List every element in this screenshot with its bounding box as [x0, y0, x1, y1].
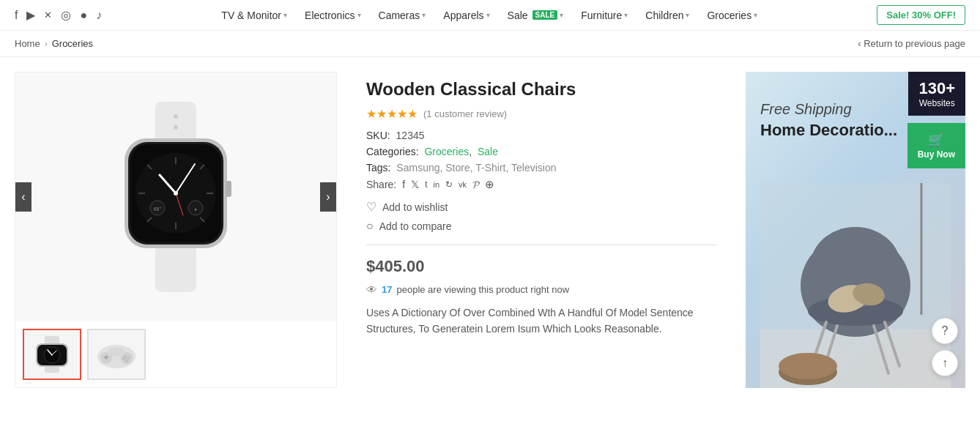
product-image-watch: 68° ●: [103, 102, 249, 292]
ad-banner: 130+ Websites Free Shipping Home Decorat…: [746, 72, 965, 388]
svg-rect-22: [226, 181, 231, 197]
svg-rect-1: [155, 245, 196, 292]
viewing-count: 17: [382, 284, 392, 295]
thumbnail-2[interactable]: [87, 329, 146, 380]
chair-illustration: [746, 168, 965, 388]
ad-free-shipping-text: Free Shipping: [760, 101, 897, 118]
share-facebook-icon[interactable]: f: [402, 179, 405, 190]
youtube-icon[interactable]: ▶: [26, 8, 35, 22]
svg-point-24: [174, 125, 178, 130]
chevron-down-icon: ▾: [754, 11, 757, 19]
share-linkedin-icon[interactable]: in: [433, 180, 439, 189]
thumbnail-1[interactable]: [23, 329, 81, 380]
chat-button[interactable]: ?: [932, 318, 958, 344]
viewing-text: people are viewing this product right no…: [396, 284, 569, 295]
svg-point-40: [125, 359, 128, 362]
tiktok-icon[interactable]: ♪: [96, 9, 102, 22]
eye-icon: 👁: [366, 283, 377, 296]
svg-point-35: [108, 348, 125, 357]
viewing-row: 👁 17 people are viewing this product rig…: [366, 283, 716, 296]
review-count[interactable]: (1 customer review): [423, 108, 507, 119]
breadcrumb-current: Groceries: [52, 38, 93, 49]
price-section: $405.00: [366, 257, 716, 276]
product-details: Wooden Classical Chairs ★★★★★ (1 custome…: [352, 72, 731, 345]
share-share-icon[interactable]: ↻: [445, 179, 453, 190]
svg-point-39: [127, 357, 130, 359]
ad-130-box: 130+ Websites: [908, 72, 965, 116]
compare-icon: ○: [366, 220, 374, 233]
svg-text:68°: 68°: [154, 206, 162, 212]
top-nav: f ▶ ✕ ◎ ● ♪ TV & Monitor ▾ Electronics ▾…: [0, 0, 980, 31]
svg-point-17: [174, 191, 178, 195]
chevron-down-icon: ▾: [422, 11, 426, 19]
main-image: ‹: [15, 72, 336, 321]
breadcrumb-left: Home › Groceries: [15, 38, 93, 49]
product-images: ‹: [15, 72, 337, 388]
next-image-button[interactable]: ›: [320, 182, 336, 212]
whatsapp-icon[interactable]: ●: [80, 9, 87, 22]
menu-apparels[interactable]: Apparels ▾: [436, 5, 497, 26]
svg-point-41: [122, 357, 125, 360]
product-description: Uses A Dictionary Of Over Combined Wth A…: [366, 305, 716, 338]
heart-icon: ♡: [366, 200, 376, 214]
instagram-icon[interactable]: ◎: [61, 8, 71, 22]
svg-point-54: [779, 353, 837, 379]
chevron-down-icon: ▾: [486, 11, 490, 19]
share-tumblr-icon[interactable]: t: [425, 179, 427, 190]
svg-rect-37: [105, 355, 107, 359]
category-groceries[interactable]: Groceries: [424, 146, 469, 157]
breadcrumb-separator: ›: [45, 39, 48, 49]
star-rating: ★★★★★: [366, 107, 417, 121]
product-price: $405.00: [366, 257, 425, 275]
main-menu: TV & Monitor ▾ Electronics ▾ Cameras ▾ A…: [214, 5, 765, 26]
product-title: Wooden Classical Chairs: [366, 79, 716, 100]
scroll-up-button[interactable]: ↑: [932, 350, 958, 376]
svg-rect-31: [45, 367, 59, 373]
chevron-down-icon: ▾: [357, 11, 361, 19]
sale-badge: SALE: [532, 10, 558, 20]
menu-sale[interactable]: Sale SALE ▾: [500, 5, 571, 26]
share-vk-icon[interactable]: vk: [459, 180, 467, 189]
sku-row: SKU: 12345: [366, 130, 716, 141]
categories-row: Categories: Groceries, Sale: [366, 146, 716, 157]
thumbnails: [15, 321, 336, 387]
ad-text-block: Free Shipping Home Decoratio...: [760, 101, 897, 140]
chevron-down-icon: ▾: [624, 11, 628, 19]
category-sale[interactable]: Sale: [478, 146, 498, 157]
chevron-down-icon: ▾: [560, 11, 563, 19]
chevron-down-icon: ▾: [283, 11, 287, 19]
divider: [366, 245, 716, 245]
share-row: Share: f 𝕏 t in ↻ vk 𝓟 ⊕: [366, 178, 716, 191]
svg-text:●: ●: [194, 207, 197, 212]
rating-row: ★★★★★ (1 customer review): [366, 107, 716, 121]
menu-electronics[interactable]: Electronics ▾: [297, 5, 368, 26]
ad-buy-now-button[interactable]: 🛒 Buy Now: [907, 123, 965, 168]
twitter-icon[interactable]: ✕: [44, 10, 52, 20]
ad-home-deco-text: Home Decoratio...: [760, 121, 897, 140]
menu-tv-monitor[interactable]: TV & Monitor ▾: [214, 5, 294, 26]
add-to-wishlist-button[interactable]: ♡ Add to wishlist: [366, 200, 716, 214]
prev-image-button[interactable]: ‹: [15, 182, 31, 212]
menu-children[interactable]: Children ▾: [638, 5, 697, 26]
menu-furniture[interactable]: Furniture ▾: [573, 5, 635, 26]
main-content: ‹: [0, 57, 980, 403]
svg-point-23: [174, 114, 178, 119]
menu-cameras[interactable]: Cameras ▾: [371, 5, 434, 26]
tags-row: Tags: Samsung, Store, T-Shirt, Televisio…: [366, 162, 716, 174]
facebook-icon[interactable]: f: [15, 9, 18, 22]
social-icons: f ▶ ✕ ◎ ● ♪: [15, 8, 102, 22]
ad-background: 130+ Websites Free Shipping Home Decorat…: [746, 72, 965, 388]
cart-icon: 🛒: [918, 132, 955, 148]
share-pinterest-icon[interactable]: 𝓟: [472, 179, 479, 191]
chevron-down-icon: ▾: [686, 11, 689, 19]
return-to-previous-link[interactable]: ‹ Return to previous page: [858, 38, 965, 49]
share-twitter-icon[interactable]: 𝕏: [411, 179, 419, 190]
breadcrumb-home[interactable]: Home: [15, 38, 40, 49]
share-whatsapp-icon[interactable]: ⊕: [485, 178, 494, 191]
breadcrumb: Home › Groceries ‹ Return to previous pa…: [0, 31, 980, 57]
sale-30-off-button[interactable]: Sale! 30% OFF!: [877, 5, 965, 25]
add-to-compare-button[interactable]: ○ Add to compare: [366, 220, 716, 233]
menu-groceries[interactable]: Groceries ▾: [699, 5, 765, 26]
